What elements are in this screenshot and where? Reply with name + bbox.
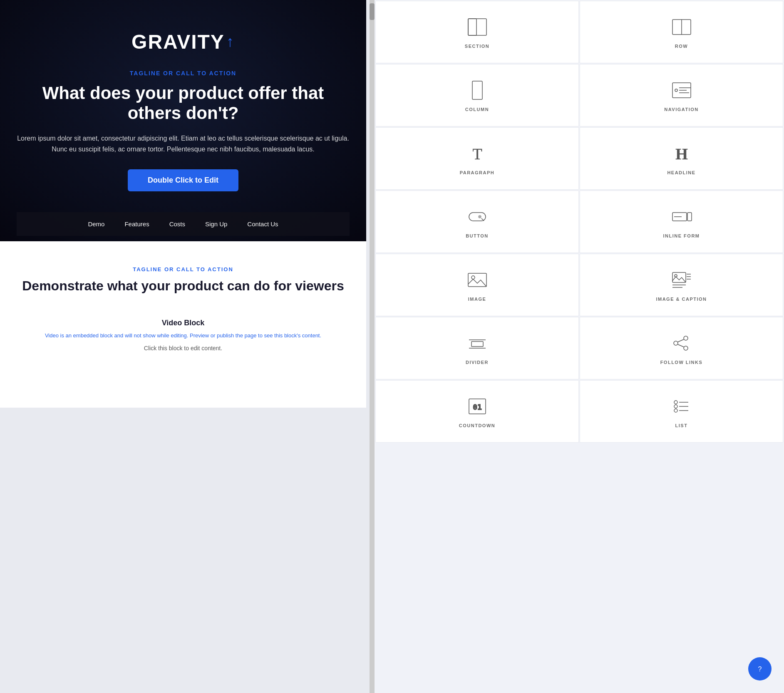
svg-point-31 [684, 336, 688, 340]
section-tagline: TAGLINE OR CALL TO ACTION [17, 266, 350, 272]
hero-content: GRAVITY↑ TAGLINE OR CALL TO ACTION What … [17, 30, 350, 213]
inline-form-icon [670, 205, 693, 228]
section-headline: Demonstrate what your product can do for… [17, 278, 350, 294]
widget-list[interactable]: LIST [580, 380, 783, 443]
widget-image-caption[interactable]: IMAGE & CAPTION [580, 254, 783, 316]
widget-navigation-label: NAVIGATION [664, 107, 698, 112]
headline-icon: H [670, 142, 693, 165]
scrollbar-thumb[interactable] [370, 3, 375, 20]
navigation-icon [670, 79, 693, 102]
widget-follow-links-label: FOLLOW LINKS [660, 360, 703, 365]
canvas-area: GRAVITY↑ TAGLINE OR CALL TO ACTION What … [0, 0, 375, 693]
svg-line-34 [678, 344, 684, 347]
content-section: TAGLINE OR CALL TO ACTION Demonstrate wh… [0, 241, 366, 408]
logo-text: GRAVITY [131, 30, 225, 53]
widget-headline-label: HEADLINE [667, 170, 695, 175]
widget-paragraph[interactable]: T PARAGRAPH [375, 127, 579, 190]
widget-countdown[interactable]: 01 COUNTDOWN [375, 380, 579, 443]
nav-item-demo[interactable]: Demo [88, 220, 104, 228]
widget-image[interactable]: IMAGE [375, 254, 579, 316]
svg-line-33 [678, 339, 684, 342]
svg-rect-0 [468, 19, 486, 35]
widget-inline-form-label: INLINE FORM [663, 233, 700, 238]
widget-follow-links[interactable]: FOLLOW LINKS [580, 317, 783, 379]
scrollbar[interactable] [370, 0, 375, 693]
widget-button[interactable]: BUTTON [375, 191, 579, 253]
nav-item-costs[interactable]: Costs [169, 220, 185, 228]
hero-logo: GRAVITY↑ [17, 30, 350, 53]
divider-icon [466, 332, 489, 355]
column-icon [466, 79, 489, 102]
svg-point-30 [674, 341, 678, 345]
widget-divider[interactable]: DIVIDER [375, 317, 579, 379]
widget-section[interactable]: SECTION [375, 1, 579, 63]
svg-text:H: H [675, 145, 688, 163]
row-icon [670, 15, 693, 39]
hero-section: GRAVITY↑ TAGLINE OR CALL TO ACTION What … [0, 0, 366, 241]
widget-row-label: ROW [675, 44, 688, 49]
countdown-icon: 01 [466, 395, 489, 418]
follow-links-icon [670, 332, 693, 355]
svg-rect-1 [468, 19, 476, 35]
widget-inline-form[interactable]: INLINE FORM [580, 191, 783, 253]
widget-countdown-label: COUNTDOWN [459, 423, 495, 428]
widget-divider-label: DIVIDER [466, 360, 489, 365]
logo-arrow: ↑ [226, 33, 235, 50]
widget-section-label: SECTION [465, 44, 489, 49]
hero-tagline: TAGLINE OR CALL TO ACTION [17, 70, 350, 77]
svg-rect-16 [687, 213, 692, 221]
image-icon [466, 268, 489, 292]
svg-rect-4 [472, 81, 482, 99]
widget-list-label: LIST [675, 423, 688, 428]
svg-point-13 [479, 215, 481, 218]
widget-image-label: IMAGE [468, 297, 486, 302]
svg-rect-20 [672, 272, 686, 282]
widget-column-label: COLUMN [465, 107, 489, 112]
video-block-title: Video Block [25, 319, 341, 327]
video-block-edit: Click this block to edit content. [25, 345, 341, 351]
paragraph-icon: T [466, 142, 489, 165]
hero-headline: What does your product offer that others… [17, 83, 350, 124]
nav-item-contact[interactable]: Contact Us [247, 220, 278, 228]
svg-text:01: 01 [473, 403, 482, 411]
svg-point-39 [674, 405, 677, 408]
fab-button[interactable]: ? [748, 657, 772, 681]
nav-item-features[interactable]: Features [124, 220, 149, 228]
hero-body: Lorem ipsum dolor sit amet, consectetur … [17, 133, 350, 154]
list-icon [670, 395, 693, 418]
hero-nav: Demo Features Costs Sign Up Contact Us [17, 212, 350, 236]
svg-point-37 [674, 401, 677, 404]
widget-navigation[interactable]: NAVIGATION [580, 64, 783, 126]
section-icon [466, 15, 489, 39]
svg-point-19 [471, 276, 475, 279]
image-caption-icon [670, 268, 693, 292]
widget-paragraph-label: PARAGRAPH [460, 170, 495, 175]
nav-item-signup[interactable]: Sign Up [205, 220, 227, 228]
svg-text:T: T [472, 145, 482, 163]
svg-point-6 [675, 89, 677, 92]
widget-row[interactable]: ROW [580, 1, 783, 63]
svg-point-32 [684, 346, 688, 350]
button-icon [466, 205, 489, 228]
hero-cta-button[interactable]: Double Click to Edit [128, 169, 238, 191]
svg-rect-18 [468, 273, 486, 287]
widget-button-label: BUTTON [466, 233, 489, 238]
svg-rect-28 [471, 342, 483, 346]
widget-column[interactable]: COLUMN [375, 64, 579, 126]
widget-headline[interactable]: H HEADLINE [580, 127, 783, 190]
widget-sidebar: SECTION ROW COLUMN [375, 0, 784, 693]
svg-text:?: ? [758, 666, 762, 673]
video-block[interactable]: Video Block Video is an embedded block a… [17, 310, 350, 360]
widget-image-caption-label: IMAGE & CAPTION [656, 297, 707, 302]
svg-point-41 [674, 409, 677, 412]
video-block-desc: Video is an embedded block and will not … [25, 332, 341, 340]
